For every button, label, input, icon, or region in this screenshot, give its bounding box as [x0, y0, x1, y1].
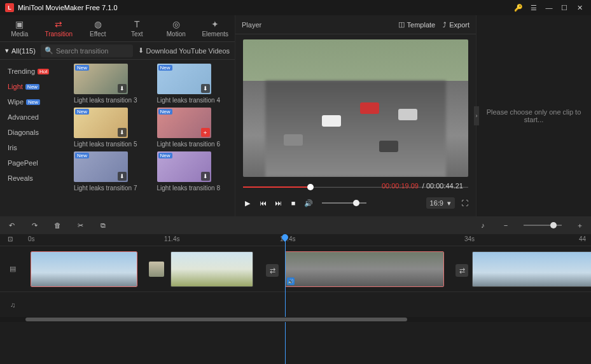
video-lane[interactable]: ⇄ 🔊 ⇄: [25, 246, 591, 291]
cat-reveals[interactable]: Reveals: [0, 171, 70, 186]
download-icon[interactable]: ⬇: [118, 172, 127, 181]
transition-grid: New⬇Light leaks transition 3 New⬇Light l…: [70, 60, 235, 216]
tab-label: Motion: [167, 31, 186, 38]
zoom-out-button[interactable]: −: [501, 220, 511, 230]
play-button[interactable]: ▶: [243, 199, 252, 207]
transition-item[interactable]: New⬇Light leaks transition 8: [157, 151, 232, 192]
cat-pagepeel[interactable]: PagePeel: [0, 155, 70, 171]
download-icon[interactable]: ⬇: [201, 84, 210, 93]
all-label: All(115): [11, 47, 36, 55]
fullscreen-button[interactable]: ⛶: [461, 199, 468, 207]
export-label: Export: [449, 21, 469, 29]
clip-1[interactable]: [31, 251, 137, 287]
tab-media[interactable]: ▣Media: [0, 15, 39, 41]
cat-wipe[interactable]: WipeNew: [0, 94, 70, 109]
cat-diagonals[interactable]: Diagonals: [0, 125, 70, 140]
horizontal-scrollbar[interactable]: [0, 317, 591, 322]
aspect-ratio-select[interactable]: 16:9▾: [426, 197, 455, 209]
zoom-slider[interactable]: [524, 225, 562, 226]
redo-button[interactable]: ↷: [29, 220, 39, 230]
template-icon: ◫: [398, 20, 405, 29]
transition-item[interactable]: New⬇Light leaks transition 7: [74, 151, 148, 192]
seek-handle[interactable]: [307, 184, 314, 190]
new-badge: New: [158, 109, 172, 115]
cat-label: PagePeel: [8, 159, 38, 167]
timeline: ⊡ 0s 11.4s 19.4s 34s 44 ▤ ⇄ 🔊 ⇄ ♫: [0, 234, 591, 364]
transition-clip[interactable]: [149, 262, 164, 277]
new-badge: New: [75, 109, 89, 115]
download-icon: ⬇: [138, 46, 144, 55]
video-track-icon: ▤: [0, 246, 25, 291]
prev-frame-button[interactable]: ⏮: [258, 199, 267, 207]
cut-button[interactable]: ✂: [75, 220, 85, 230]
clip-2[interactable]: [170, 251, 253, 287]
properties-panel: › Please choose only one clip to start..…: [476, 15, 591, 216]
player-title: Player: [242, 21, 391, 29]
scrollbar-thumb[interactable]: [25, 318, 407, 321]
cat-trending[interactable]: TrendingHot: [0, 64, 70, 79]
volume-icon[interactable]: 🔊: [304, 199, 313, 207]
export-icon: ⤴: [443, 21, 447, 29]
tab-motion[interactable]: ◎Motion: [156, 15, 196, 41]
audio-lane[interactable]: [25, 292, 591, 317]
app-title: MiniTool MovieMaker Free 7.1.0: [18, 4, 510, 11]
template-label: Template: [407, 21, 436, 29]
tab-effect[interactable]: ◍Effect: [78, 15, 118, 41]
tab-elements[interactable]: ✦Elements: [196, 15, 235, 41]
current-time: 00:00:19.09: [382, 182, 419, 190]
new-badge: New: [158, 65, 172, 71]
search-input[interactable]: 🔍Search transition: [41, 45, 133, 57]
time-ruler[interactable]: ⊡ 0s 11.4s 19.4s 34s 44: [0, 234, 591, 246]
delete-button[interactable]: 🗑: [52, 220, 62, 230]
search-icon: 🔍: [45, 46, 53, 55]
template-button[interactable]: ◫Template: [398, 20, 436, 29]
minimize-button[interactable]: —: [543, 1, 555, 14]
undo-button[interactable]: ↶: [6, 220, 17, 230]
transition-item[interactable]: New⬇Light leaks transition 5: [74, 108, 148, 148]
tab-transition[interactable]: ⇄Transition: [39, 15, 79, 41]
cat-iris[interactable]: Iris: [0, 140, 70, 155]
download-youtube-button[interactable]: ⬇Download YouTube Videos: [138, 46, 230, 55]
transition-button[interactable]: ⇄: [455, 264, 468, 277]
volume-slider[interactable]: [322, 202, 366, 204]
transition-item[interactable]: New⬇Light leaks transition 3: [74, 64, 148, 104]
text-icon: T: [134, 19, 140, 29]
close-button[interactable]: ✕: [573, 1, 586, 14]
crop-button[interactable]: ⧉: [98, 220, 108, 230]
cat-light[interactable]: LightNew: [0, 79, 70, 94]
collapse-button[interactable]: ›: [474, 106, 479, 125]
zoom-in-button[interactable]: ＋: [574, 220, 585, 230]
audio-icon: 🔊: [287, 277, 295, 285]
video-preview[interactable]: [243, 39, 468, 177]
tab-label: Effect: [90, 31, 106, 38]
export-button[interactable]: ⤴Export: [443, 21, 469, 29]
add-icon[interactable]: ＋: [201, 128, 210, 137]
thumb-label: Light leaks transition 3: [74, 97, 148, 104]
transition-item[interactable]: New⬇Light leaks transition 4: [157, 64, 232, 104]
upgrade-icon[interactable]: 🔑: [512, 1, 525, 14]
library-tabs: ▣Media ⇄Transition ◍Effect TText ◎Motion…: [0, 15, 235, 42]
app-logo: L: [5, 3, 14, 12]
transition-item[interactable]: New＋Light leaks transition 6: [157, 108, 232, 148]
maximize-button[interactable]: ☐: [558, 1, 571, 14]
video-track: ▤ ⇄ 🔊 ⇄: [0, 246, 591, 291]
download-icon[interactable]: ⬇: [118, 84, 127, 93]
all-filter[interactable]: ▾All(115): [5, 46, 36, 55]
clip-3[interactable]: 🔊: [285, 251, 444, 287]
menu-icon[interactable]: ☰: [527, 1, 540, 14]
playhead[interactable]: [285, 234, 286, 364]
seek-bar[interactable]: 00:00:19.09 / 00:00:44.21: [243, 183, 468, 191]
cat-label: Advanced: [8, 113, 39, 121]
download-icon[interactable]: ⬇: [118, 128, 127, 137]
fit-timeline-button[interactable]: ⊡: [8, 235, 13, 242]
tab-text[interactable]: TText: [118, 15, 157, 41]
library-subbar: ▾All(115) 🔍Search transition ⬇Download Y…: [0, 42, 235, 60]
stop-button[interactable]: ■: [289, 199, 298, 207]
download-icon[interactable]: ⬇: [201, 172, 210, 181]
cat-advanced[interactable]: Advanced: [0, 109, 70, 125]
next-frame-button[interactable]: ⏭: [274, 199, 282, 207]
clip-4[interactable]: [472, 251, 591, 287]
transition-button[interactable]: ⇄: [266, 264, 279, 277]
player-panel: Player ◫Template ⤴Export 00:00:19.09 / 0…: [235, 15, 476, 216]
audio-settings-icon[interactable]: ♪: [478, 220, 488, 230]
